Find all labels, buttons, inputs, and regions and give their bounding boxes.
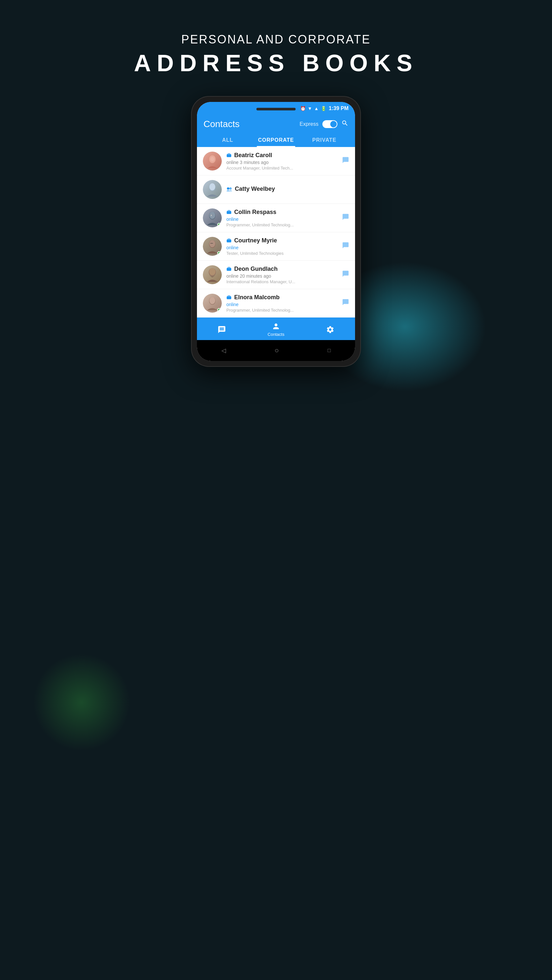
contacts-nav-label: Contacts [267,332,284,337]
avatar [203,151,222,170]
battery-icon: 🔋 [321,106,326,111]
svg-rect-27 [228,296,230,297]
svg-point-6 [209,183,215,191]
tab-private[interactable]: PRIVATE [300,133,348,147]
svg-rect-14 [228,210,230,212]
list-item[interactable]: Courtney Myrie online Tester, Unlimited … [197,232,355,261]
briefcase-icon [226,238,232,243]
contact-detail: Account Manager, Unlimited Tech... [226,165,339,170]
avatar [203,265,222,284]
settings-icon [326,325,334,334]
contact-detail: Programmer, Unlimited Technolog... [226,308,339,313]
online-indicator [217,308,221,312]
chat-icon[interactable] [342,270,349,279]
nav-settings[interactable] [326,325,334,334]
contact-name: Collin Respass [234,209,276,216]
header-title: ADDRESS BOOKS [134,50,418,76]
phone-speaker [256,108,296,110]
status-icons: ⏰ ▼ ▲ 🔋 [300,106,326,111]
contact-info: Deon Gundlach online 20 minutes ago Inte… [226,266,339,284]
svg-point-25 [209,297,215,304]
contact-status: online [226,245,339,250]
svg-rect-4 [228,154,230,154]
chat-icon[interactable] [342,213,349,223]
group-icon [226,187,232,191]
tab-corporate[interactable]: CORPORATE [252,133,300,147]
contact-info: Beatriz Caroll online 3 minutes ago Acco… [226,152,339,170]
briefcase-icon [226,209,232,215]
search-button[interactable] [341,119,348,129]
alarm-icon: ⏰ [300,106,306,111]
list-item[interactable]: Catty Weelbey [197,175,355,204]
status-time: 1:39 PM [329,105,348,111]
avatar [203,180,222,199]
contact-info: Courtney Myrie online Tester, Unlimited … [226,237,339,256]
nav-contacts[interactable]: Contacts [267,322,284,337]
contact-name: Courtney Myrie [234,237,277,244]
express-label: Express [299,121,318,127]
chat-icon[interactable] [342,299,349,308]
briefcase-icon [226,295,232,300]
contact-name: Beatriz Caroll [234,152,272,159]
svg-point-8 [229,187,232,189]
online-indicator [217,251,221,255]
contact-name: Elnora Malcomb [234,294,280,301]
contact-info: Elnora Malcomb online Programmer, Unlimi… [226,294,339,313]
contact-info: Collin Respass online Programmer, Unlimi… [226,209,339,228]
svg-point-16 [209,240,215,247]
contact-status: online [226,302,339,307]
back-button[interactable]: ◁ [221,347,226,354]
app-header: Contacts Express [197,115,355,147]
contacts-nav-icon [272,322,280,331]
contact-status: online 20 minutes ago [226,274,339,278]
contact-status: online [226,216,339,222]
svg-rect-12 [210,215,212,215]
chat-icon[interactable] [342,156,349,165]
contact-detail: Tester, Unlimited Technologies [226,251,339,256]
svg-point-2 [210,157,214,161]
avatar [203,237,222,256]
wifi-icon: ▼ [308,106,312,111]
app-title: Contacts [204,119,240,129]
contacts-list: Beatriz Caroll online 3 minutes ago Acco… [197,147,355,318]
home-button[interactable]: ○ [275,346,279,355]
bottom-nav: Contacts [197,318,355,340]
chat-icon[interactable] [342,242,349,251]
messages-icon [218,325,226,334]
list-item[interactable]: Beatriz Caroll online 3 minutes ago Acco… [197,147,355,175]
express-toggle[interactable] [322,120,337,128]
contact-name: Catty Weelbey [235,186,275,192]
header-controls: Express [299,119,348,129]
briefcase-icon [226,266,232,272]
svg-point-7 [227,187,229,189]
list-item[interactable]: Elnora Malcomb online Programmer, Unlimi… [197,289,355,318]
tab-all[interactable]: ALL [204,133,252,147]
tabs: ALL CORPORATE PRIVATE [204,133,348,147]
list-item[interactable]: Collin Respass online Programmer, Unlimi… [197,204,355,232]
contact-name: Deon Gundlach [234,266,278,272]
page-header: PERSONAL AND CORPORATE ADDRESS BOOKS [134,33,418,76]
toggle-knob [330,121,337,127]
list-item[interactable]: Deon Gundlach online 20 minutes ago Inte… [197,261,355,289]
svg-point-21 [209,268,216,275]
contact-status: online 3 minutes ago [226,160,339,165]
online-indicator [217,223,221,227]
android-nav: ◁ ○ □ [197,340,355,361]
svg-rect-17 [210,243,213,244]
signal-icon: ▲ [314,106,319,111]
svg-rect-23 [228,267,230,268]
recents-button[interactable]: □ [328,348,331,353]
header-subtitle: PERSONAL AND CORPORATE [134,33,418,46]
phone-screen: ⏰ ▼ ▲ 🔋 1:39 PM Contacts [197,102,355,361]
avatar [203,294,222,313]
phone-device: ⏰ ▼ ▲ 🔋 1:39 PM Contacts [191,96,361,367]
contact-detail: International Relations Manager, U... [226,279,339,284]
contact-detail: Programmer, Unlimited Technolog... [226,223,339,228]
briefcase-icon [226,153,232,158]
svg-point-10 [209,212,215,219]
nav-messages[interactable] [218,325,226,334]
contact-info: Catty Weelbey [226,186,349,193]
svg-rect-19 [228,239,230,240]
avatar [203,208,222,228]
